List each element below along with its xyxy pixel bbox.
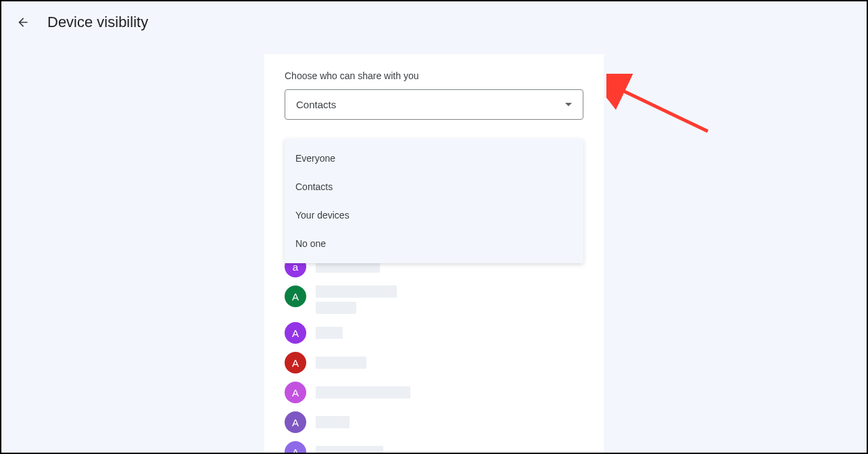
avatar: A — [285, 441, 306, 454]
contact-row[interactable]: A — [285, 407, 583, 437]
contact-row[interactable]: A — [285, 378, 583, 407]
contact-row[interactable]: A — [285, 348, 583, 378]
contact-name-redacted — [316, 386, 410, 399]
dropdown-option-contacts[interactable]: Contacts — [285, 173, 583, 201]
contact-detail-redacted — [316, 302, 356, 314]
avatar: A — [285, 286, 306, 307]
dropdown-selected-value: Contacts — [296, 99, 336, 110]
contact-name-redacted — [316, 327, 343, 339]
page-title: Device visibility — [47, 14, 148, 31]
dropdown-option-everyone[interactable]: Everyone — [285, 144, 583, 173]
contact-row[interactable]: A — [285, 437, 583, 454]
contact-row[interactable]: A — [285, 318, 583, 348]
avatar: A — [285, 411, 306, 433]
settings-card: Choose who can share with you Contacts E… — [264, 54, 604, 454]
dropdown-option-your-devices[interactable]: Your devices — [285, 201, 583, 229]
section-label: Choose who can share with you — [285, 70, 583, 81]
chevron-down-icon — [565, 103, 572, 106]
visibility-dropdown[interactable]: Contacts — [285, 89, 583, 120]
annotation-arrow-icon — [606, 74, 715, 141]
contact-name-redacted — [316, 446, 383, 454]
contact-row[interactable]: A — [285, 281, 583, 318]
avatar: A — [285, 322, 306, 344]
avatar: A — [285, 382, 306, 403]
contact-name-redacted — [316, 416, 349, 428]
contact-name-redacted — [316, 357, 366, 369]
svg-line-1 — [619, 89, 708, 131]
back-arrow-icon[interactable] — [15, 14, 31, 30]
avatar: A — [285, 352, 306, 373]
dropdown-option-no-one[interactable]: No one — [285, 229, 583, 258]
contact-name-redacted — [316, 286, 397, 298]
dropdown-menu: Everyone Contacts Your devices No one — [285, 139, 583, 263]
header: Device visibility — [1, 1, 867, 43]
contacts-list: a A A A A A A — [285, 252, 583, 454]
